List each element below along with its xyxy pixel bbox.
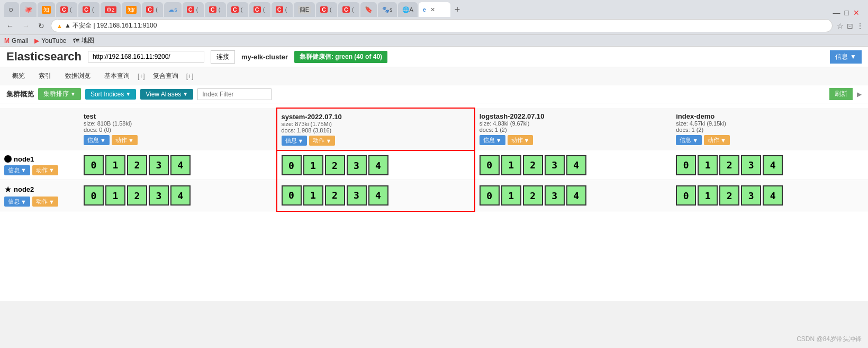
tab-complex-query[interactable]: 复合查询 [147,69,184,83]
shard-n2-t0[interactable]: 0 [84,185,104,206]
shard-4[interactable]: 4 [170,155,191,175]
shard-idx-3[interactable]: 3 [741,155,761,175]
shard-n2-i1[interactable]: 1 [698,185,718,206]
toolbar-right-arrow[interactable]: ▶ [857,91,862,98]
shard-2[interactable]: 2 [127,155,147,175]
menu-icon[interactable]: ⋮ [856,22,864,30]
shard-n2-t3[interactable]: 3 [149,185,169,206]
tab-4[interactable]: C( [78,2,100,17]
tab-19[interactable]: 🌐A [398,2,418,17]
reload-btn[interactable]: ↻ [36,21,47,31]
tab-10[interactable]: C( [205,2,226,17]
new-tab-btn[interactable]: + [451,4,464,15]
shard-sys-1[interactable]: 1 [303,155,323,175]
shard-log-3[interactable]: 3 [545,155,565,175]
profile-icon[interactable]: ⊡ [847,22,853,30]
node2-info-btn[interactable]: 信息 ▼ [4,197,30,207]
bookmark-maps[interactable]: 🗺 地图 [73,36,94,45]
action-btn-indexdemo[interactable]: 动作 ▼ [704,135,730,145]
node1-info-btn[interactable]: 信息 ▼ [4,165,30,175]
bookmark-youtube[interactable]: ▶ YouTube [34,37,66,44]
shard-n2-t2[interactable]: 2 [127,185,147,206]
tab-12[interactable]: C( [249,2,270,17]
node2-action-btn[interactable]: 动作 ▼ [32,197,58,207]
bookmark-gmail[interactable]: M Gmail [4,37,28,44]
index-filter-input[interactable] [197,88,272,100]
shard-n2-l4[interactable]: 4 [566,185,586,206]
shard-n2-i3[interactable]: 3 [741,185,761,206]
tab-3[interactable]: C( [56,2,77,17]
shard-n2-i0[interactable]: 0 [676,185,696,206]
tab-18[interactable]: 🐾s [378,2,397,17]
tab-0[interactable]: ⊙ [4,2,19,17]
shard-sys-3[interactable]: 3 [347,155,367,175]
shard-log-4[interactable]: 4 [566,155,586,175]
shard-idx-1[interactable]: 1 [698,155,718,175]
tab-active[interactable]: e ✕ [419,2,450,17]
shard-sys-0[interactable]: 0 [282,155,302,175]
shard-0[interactable]: 0 [84,155,104,175]
minimize-btn[interactable]: — [833,8,840,17]
shard-n2-s4[interactable]: 4 [368,185,388,206]
shard-n2-s3[interactable]: 3 [347,185,367,206]
shard-n2-t4[interactable]: 4 [170,185,191,206]
shard-log-1[interactable]: 1 [501,155,521,175]
action-btn-test[interactable]: 动作 ▼ [112,135,138,145]
shard-n2-l1[interactable]: 1 [501,185,521,206]
shard-sys-4[interactable]: 4 [368,155,388,175]
shard-3[interactable]: 3 [149,155,169,175]
tab-14[interactable]: 簡E [294,2,315,17]
tab-11[interactable]: C( [227,2,248,17]
forward-btn[interactable]: → [20,21,32,31]
shard-idx-2[interactable]: 2 [719,155,739,175]
tab-16[interactable]: C( [338,2,359,17]
url-input[interactable] [88,51,204,63]
shard-n2-i2[interactable]: 2 [719,185,739,206]
shard-n2-t1[interactable]: 1 [105,185,125,206]
tab-overview[interactable]: 概览 [6,69,31,83]
shard-n2-s1[interactable]: 1 [303,185,323,206]
shard-n2-l0[interactable]: 0 [480,185,500,206]
tab-github[interactable]: 🐙 [20,2,37,17]
tab-6[interactable]: 知r [122,2,141,17]
bookmark-star-icon[interactable]: ☆ [837,22,844,30]
tab-15[interactable]: C( [316,2,337,17]
view-aliases-btn[interactable]: View Aliases ▼ [140,89,193,100]
sort-indices-btn[interactable]: Sort Indices ▼ [85,89,136,100]
shard-n2-i4[interactable]: 4 [763,185,783,206]
action-btn-logstash[interactable]: 动作 ▼ [508,135,534,145]
tab-2[interactable]: 知 [38,2,55,17]
shard-n2-s2[interactable]: 2 [325,185,345,206]
tab-data-browser[interactable]: 数据浏览 [59,69,96,83]
info-btn-indexdemo[interactable]: 信息 ▼ [676,135,702,145]
cluster-sort-btn[interactable]: 集群排序 ▼ [38,88,81,100]
tab-close-btn[interactable]: ✕ [430,6,435,13]
action-btn-system[interactable]: 动作 ▼ [309,136,335,146]
shard-n2-s0[interactable]: 0 [282,185,302,206]
node1-action-btn[interactable]: 动作 ▼ [32,165,58,175]
tab-5[interactable]: ⚙z [101,2,121,17]
tab-13[interactable]: C( [272,2,293,17]
tab-17[interactable]: 🔖 [360,2,377,17]
shard-sys-2[interactable]: 2 [325,155,345,175]
shard-n2-l2[interactable]: 2 [523,185,543,206]
shard-idx-0[interactable]: 0 [676,155,696,175]
info-btn-test[interactable]: 信息 ▼ [84,135,110,145]
shard-idx-4[interactable]: 4 [763,155,783,175]
shard-1[interactable]: 1 [105,155,125,175]
connect-btn[interactable]: 连接 [211,50,235,64]
address-bar[interactable]: ▲ ▲ 不安全 | 192.168.161.11:9100 [51,19,833,32]
maximize-btn[interactable]: □ [845,8,849,17]
tab-9[interactable]: C( [183,2,204,17]
close-btn[interactable]: ✕ [853,8,860,17]
shard-n2-l3[interactable]: 3 [545,185,565,206]
tab-basic-query[interactable]: 基本查询 [98,69,135,83]
shard-log-0[interactable]: 0 [480,155,500,175]
info-btn[interactable]: 信息 ▼ [830,50,862,64]
info-btn-logstash[interactable]: 信息 ▼ [480,135,505,145]
tab-7[interactable]: C( [142,2,163,17]
info-btn-system[interactable]: 信息 ▼ [282,136,308,146]
shard-log-2[interactable]: 2 [523,155,543,175]
refresh-btn[interactable]: 刷新 [829,88,853,100]
back-btn[interactable]: ← [4,21,16,31]
